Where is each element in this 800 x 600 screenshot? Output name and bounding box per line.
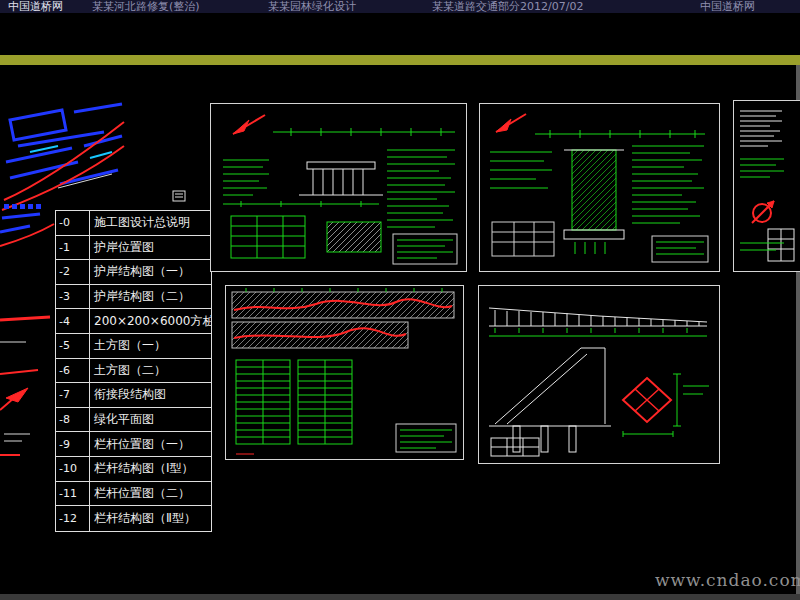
sheet-title: 绿化平面图 bbox=[90, 411, 211, 428]
sheet-title: 栏杆位置图（一） bbox=[90, 436, 211, 453]
titlebar-site-right: 中国道桥网 bbox=[700, 0, 755, 13]
sheet-title: 护岸位置图 bbox=[90, 239, 211, 256]
data-table-2 bbox=[298, 360, 352, 444]
sheet-title: 土方图（二） bbox=[90, 362, 211, 379]
title-block bbox=[393, 234, 457, 264]
embankment-plan-strip-1 bbox=[232, 288, 454, 318]
sheet-title: 衔接段结构图 bbox=[90, 386, 211, 403]
sheet-row[interactable]: -5土方图（一） bbox=[56, 334, 211, 359]
accent-strip bbox=[0, 55, 800, 65]
sheet-number: -9 bbox=[56, 432, 90, 456]
quantity-table bbox=[492, 222, 554, 256]
sheet-title: 护岸结构图（二） bbox=[90, 288, 211, 305]
sheet-title: 200×200×6000方桩图 bbox=[90, 313, 211, 330]
sheet-number: -1 bbox=[56, 236, 90, 260]
viewport-guard-plan-1[interactable] bbox=[210, 103, 467, 272]
sheet-row[interactable]: -6土方图（二） bbox=[56, 359, 211, 384]
embankment-plan-strip-2 bbox=[232, 322, 408, 348]
sheet-title: 护岸结构图（一） bbox=[90, 263, 211, 280]
guard-plan-drawing-1 bbox=[211, 104, 464, 269]
sheet-row[interactable]: -12栏杆结构图（Ⅱ型） bbox=[56, 506, 211, 531]
viewport-partial-sheet[interactable] bbox=[733, 100, 800, 272]
rotation-arrow-icon bbox=[752, 201, 774, 223]
sheet-number: -12 bbox=[56, 506, 90, 531]
sheet-title: 土方图（一） bbox=[90, 337, 211, 354]
sheet-title: 栏杆位置图（二） bbox=[90, 485, 211, 502]
sheet-title: 栏杆结构图（Ⅰ型） bbox=[90, 460, 211, 477]
viewport-guard-plan-2[interactable] bbox=[479, 103, 720, 272]
sheet-title: 施工图设计总说明 bbox=[90, 214, 211, 231]
hatch-detail bbox=[327, 222, 381, 252]
north-arrow-icon bbox=[496, 114, 526, 132]
titlebar-site-left: 中国道桥网 bbox=[8, 0, 63, 13]
title-block bbox=[652, 236, 708, 262]
partial-sheet-drawing bbox=[734, 101, 798, 269]
sheet-icon bbox=[172, 189, 190, 203]
left-edge-drawing-fragments bbox=[0, 212, 56, 470]
pier-section bbox=[564, 150, 624, 239]
cad-model-space[interactable]: 中国道桥网 某某河北路修复(整治) 某某园林绿化设计 某某道路交通部分2012/… bbox=[0, 0, 800, 600]
site-map-drawing bbox=[0, 100, 127, 212]
sheet-number: -7 bbox=[56, 383, 90, 407]
sheet-number: -5 bbox=[56, 334, 90, 358]
sheet-number: -8 bbox=[56, 408, 90, 432]
flow-arrow-icon bbox=[0, 388, 28, 410]
bridge-elevation bbox=[299, 162, 383, 195]
diamond-detail bbox=[623, 378, 671, 422]
sheet-row[interactable]: -1护岸位置图 bbox=[56, 236, 211, 261]
bottom-edge-bar bbox=[0, 594, 800, 600]
railing-structure-drawing bbox=[479, 286, 717, 461]
sheet-number: -4 bbox=[56, 309, 90, 333]
sheet-number: -3 bbox=[56, 285, 90, 309]
sheet-row[interactable]: -7衔接段结构图 bbox=[56, 383, 211, 408]
titlebar: 中国道桥网 某某河北路修复(整治) 某某园林绿化设计 某某道路交通部分2012/… bbox=[0, 0, 800, 13]
sheet-title: 栏杆结构图（Ⅱ型） bbox=[90, 510, 211, 527]
title-block bbox=[396, 424, 456, 452]
earthwork-drawing bbox=[226, 286, 461, 457]
sheet-number: -6 bbox=[56, 359, 90, 383]
sheet-row[interactable]: -4200×200×6000方桩图 bbox=[56, 309, 211, 334]
quantity-table bbox=[231, 216, 305, 258]
slope-cross-section bbox=[489, 348, 611, 452]
watermark: www.cndao.com bbox=[655, 570, 800, 590]
sheet-row[interactable]: -10栏杆结构图（Ⅰ型） bbox=[56, 457, 211, 482]
mini-table bbox=[491, 438, 539, 456]
sheet-row[interactable]: -11栏杆位置图（二） bbox=[56, 482, 211, 507]
sheet-number: -11 bbox=[56, 482, 90, 506]
viewport-railing-structure-sheet[interactable] bbox=[478, 285, 720, 464]
north-arrow-icon bbox=[233, 115, 265, 134]
viewport-earthwork-sheet[interactable] bbox=[225, 285, 464, 460]
titlebar-project-1: 某某河北路修复(整治) bbox=[92, 0, 200, 13]
sheet-row[interactable]: -0施工图设计总说明 bbox=[56, 211, 211, 236]
titlebar-project-3: 某某道路交通部分2012/07/02 bbox=[432, 0, 583, 13]
sheet-number: -0 bbox=[56, 211, 90, 235]
titlebar-project-2: 某某园林绿化设计 bbox=[268, 0, 356, 13]
sheet-row[interactable]: -9栏杆位置图（一） bbox=[56, 432, 211, 457]
railing-elevation bbox=[489, 308, 707, 326]
sheet-row[interactable]: -3护岸结构图（二） bbox=[56, 285, 211, 310]
data-table-1 bbox=[236, 360, 290, 444]
sheet-row[interactable]: -8绿化平面图 bbox=[56, 408, 211, 433]
sheet-row[interactable]: -2护岸结构图（一） bbox=[56, 260, 211, 285]
guard-plan-drawing-2 bbox=[480, 104, 717, 269]
sheet-index-table: -0施工图设计总说明 -1护岸位置图 -2护岸结构图（一） -3护岸结构图（二）… bbox=[55, 210, 212, 532]
sheet-number: -2 bbox=[56, 260, 90, 284]
sheet-number: -10 bbox=[56, 457, 90, 481]
